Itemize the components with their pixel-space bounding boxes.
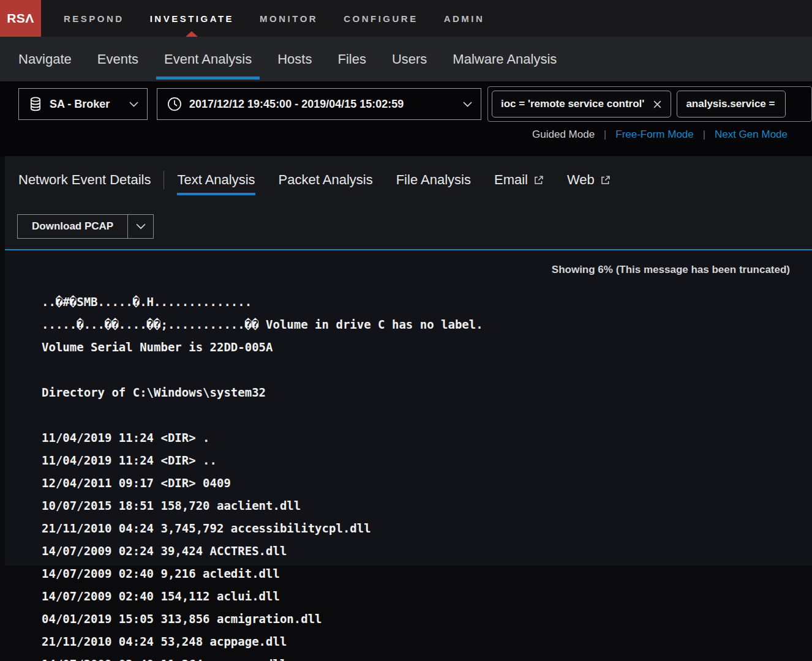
terminal-line: ..�#�SMB.....�.H..............: [42, 293, 812, 315]
external-link-icon: [533, 175, 544, 185]
tab-web[interactable]: Web: [555, 172, 622, 188]
top-nav-investigate-label: INVESTIGATE: [150, 13, 234, 24]
database-icon: [29, 97, 42, 111]
tab-email-label: Email: [494, 172, 528, 188]
time-range-selector[interactable]: 2017/12/12 19:45:00 - 2019/04/15 15:02:5…: [157, 88, 481, 120]
query-filter-bar[interactable]: ioc = 'remote service control' analysis.…: [487, 86, 812, 122]
tab-text-analysis[interactable]: Text Analysis: [165, 172, 266, 188]
sub-nav-events[interactable]: Events: [85, 37, 151, 81]
pcap-toolbar: Download PCAP: [17, 214, 154, 239]
terminal-line: 11/04/2019 11:24 <DIR> .: [42, 428, 812, 451]
sub-nav-event-analysis[interactable]: Event Analysis: [151, 37, 265, 81]
top-nav-investigate[interactable]: INVESTIGATE: [137, 0, 247, 37]
terminal-line: 04/01/2019 15:05 313,856 acmigration.dll: [42, 610, 812, 632]
tab-web-label: Web: [567, 172, 595, 188]
next-gen-mode-link[interactable]: Next Gen Mode: [715, 129, 788, 141]
sub-nav: Navigate Events Event Analysis Hosts Fil…: [0, 37, 812, 81]
mode-separator: |: [703, 129, 705, 140]
download-pcap-dropdown-button[interactable]: [127, 215, 153, 238]
terminal-line: 11/04/2019 11:24 <DIR> ..: [42, 451, 812, 474]
close-icon[interactable]: [653, 100, 662, 109]
service-selector-label: SA - Broker: [50, 98, 110, 111]
tab-file-analysis[interactable]: File Analysis: [385, 172, 483, 188]
terminal-line: 21/11/2010 04:24 53,248 acppage.dll: [42, 632, 812, 655]
truncation-status: Showing 6% (This message has been trunca…: [5, 250, 812, 278]
chevron-down-icon: [136, 223, 146, 230]
sub-nav-navigate[interactable]: Navigate: [18, 37, 85, 81]
sub-nav-files[interactable]: Files: [325, 37, 378, 81]
top-nav-respond[interactable]: RESPOND: [51, 0, 137, 37]
terminal-line: 14/07/2009 02:40 9,216 acledit.dll: [42, 564, 812, 587]
terminal-line: 14/07/2009 02:40 154,112 aclui.dll: [42, 587, 812, 610]
terminal-line: [42, 360, 812, 383]
query-mode-switcher: Guided Mode | Free-Form Mode | Next Gen …: [532, 129, 788, 141]
sub-nav-malware-analysis[interactable]: Malware Analysis: [440, 37, 570, 81]
analysis-tabs: Network Event Details Text Analysis Pack…: [5, 156, 812, 189]
top-nav-admin[interactable]: ADMIN: [431, 0, 498, 37]
chevron-down-icon: [122, 102, 138, 107]
tab-network-event-details[interactable]: Network Event Details: [18, 172, 162, 188]
terminal-line: Volume Serial Number is 22DD-005A: [42, 338, 812, 360]
rsa-logo[interactable]: RSΛ: [0, 0, 41, 37]
filter-pill-ioc[interactable]: ioc = 'remote service control': [492, 91, 671, 118]
terminal-line: 12/04/2011 09:17 <DIR> 0409: [42, 474, 812, 496]
query-bar-controls: SA - Broker 2017/12/12 19:45:00 - 2019/0…: [18, 88, 812, 120]
top-nav-monitor[interactable]: MONITOR: [247, 0, 331, 37]
chevron-down-icon: [456, 102, 472, 107]
service-selector[interactable]: SA - Broker: [18, 88, 148, 120]
top-nav: RSΛ RESPOND INVESTIGATE MONITOR CONFIGUR…: [0, 0, 812, 37]
text-analysis-content: Showing 6% (This message has been trunca…: [5, 250, 812, 566]
terminal-line: 10/07/2015 18:51 158,720 aaclient.dll: [42, 496, 812, 519]
query-bar: SA - Broker 2017/12/12 19:45:00 - 2019/0…: [0, 81, 812, 156]
sub-nav-users[interactable]: Users: [379, 37, 440, 81]
terminal-line: [42, 406, 812, 428]
mode-separator: |: [604, 129, 606, 140]
terminal-line: 21/11/2010 04:24 3,745,792 accessibility…: [42, 519, 812, 542]
top-nav-configure[interactable]: CONFIGURE: [331, 0, 431, 37]
tab-packet-analysis[interactable]: Packet Analysis: [267, 172, 385, 188]
tab-email[interactable]: Email: [483, 172, 555, 188]
free-form-mode-link[interactable]: Free-Form Mode: [615, 129, 694, 141]
terminal-line: Directory of C:\Windows\system32: [42, 383, 812, 406]
terminal-output: ..�#�SMB.....�.H...................�...�…: [5, 293, 812, 661]
event-analysis-panel: Network Event Details Text Analysis Pack…: [5, 156, 812, 250]
download-pcap-button[interactable]: Download PCAP: [18, 215, 127, 238]
filter-pill-analysis-service[interactable]: analysis.service =: [677, 91, 786, 118]
app-window: RSΛ RESPOND INVESTIGATE MONITOR CONFIGUR…: [0, 0, 812, 661]
tab-separator: [164, 171, 164, 189]
external-link-icon: [600, 175, 611, 185]
terminal-line: .....�...��....��;...........�� Volume i…: [42, 315, 812, 338]
clock-icon: [167, 97, 182, 111]
filter-pill-text: analysis.service =: [686, 98, 775, 110]
download-pcap-split-button: Download PCAP: [17, 214, 154, 239]
filter-pill-text: ioc = 'remote service control': [501, 98, 644, 110]
guided-mode-link[interactable]: Guided Mode: [532, 129, 595, 141]
terminal-line: 14/07/2009 02:24 39,424 ACCTRES.dll: [42, 542, 812, 564]
top-nav-items: RESPOND INVESTIGATE MONITOR CONFIGURE AD…: [51, 0, 497, 37]
terminal-line: 14/07/2009 02:40 11,264 acproxy.dll: [42, 655, 812, 661]
sub-nav-hosts[interactable]: Hosts: [265, 37, 325, 81]
active-triangle-indicator: [186, 31, 198, 37]
time-range-label: 2017/12/12 19:45:00 - 2019/04/15 15:02:5…: [189, 98, 404, 111]
